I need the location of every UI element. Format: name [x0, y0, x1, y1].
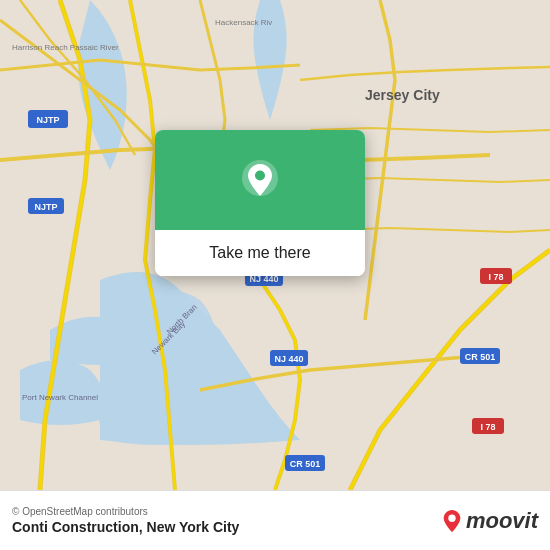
svg-text:NJTP: NJTP	[34, 202, 57, 212]
popup-card: Take me there	[155, 130, 365, 276]
take-me-there-button[interactable]: Take me there	[155, 230, 365, 276]
moovit-pin-icon	[442, 509, 462, 533]
svg-text:Jersey City: Jersey City	[365, 87, 440, 103]
bottom-left: © OpenStreetMap contributors Conti Const…	[12, 506, 239, 535]
svg-text:NJ 440: NJ 440	[274, 354, 303, 364]
moovit-wordmark: moovit	[466, 508, 538, 534]
svg-point-26	[255, 171, 265, 181]
map-container: NJTP NJTP NJ 440 NJ 440 CR 501 CR 501 I …	[0, 0, 550, 490]
copyright-text: © OpenStreetMap contributors	[12, 506, 239, 517]
svg-text:I 78: I 78	[480, 422, 495, 432]
svg-text:CR 501: CR 501	[290, 459, 321, 469]
location-pin-icon	[238, 158, 282, 202]
svg-text:I 78: I 78	[488, 272, 503, 282]
svg-text:NJTP: NJTP	[36, 115, 59, 125]
svg-point-27	[448, 514, 455, 521]
svg-text:Hackensack Riv: Hackensack Riv	[215, 18, 272, 27]
moovit-logo: moovit	[442, 508, 538, 534]
svg-text:Port Newark Channel: Port Newark Channel	[22, 393, 98, 402]
popup-green-header	[155, 130, 365, 230]
location-text: Conti Construction, New York City	[12, 519, 239, 535]
svg-text:Harrison Reach Passaic River: Harrison Reach Passaic River	[12, 43, 119, 52]
bottom-bar: © OpenStreetMap contributors Conti Const…	[0, 490, 550, 550]
svg-text:CR 501: CR 501	[465, 352, 496, 362]
